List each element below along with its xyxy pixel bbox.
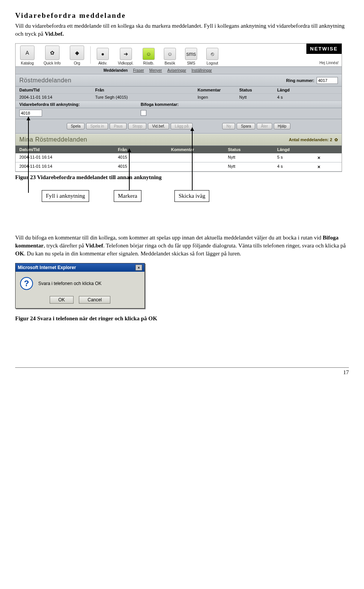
- list-item[interactable]: 2004-11-01 16:14 4015 Nytt 4 s ×: [16, 162, 342, 172]
- button-bar: Spela Spela in Paus Stopp Vid.bef. Lägg …: [16, 119, 342, 134]
- antal-label: Antal meddelanden: 2: [289, 137, 332, 142]
- figure-23-caption: Figur 23 Vidarebefordra meddelandet till…: [15, 174, 349, 181]
- delete-icon[interactable]: ×: [311, 164, 326, 170]
- btn-paus[interactable]: Paus: [110, 123, 127, 129]
- ok-button[interactable]: OK: [50, 296, 74, 304]
- section-bar-rostmeddelanden: Röstmeddelanden Ring nummer:: [16, 74, 342, 87]
- btn-ater[interactable]: Åter: [257, 123, 272, 129]
- subnav-meddelanden[interactable]: Meddelanden: [104, 68, 128, 72]
- cell-kom: [171, 164, 228, 170]
- msg-header-row: Datum/Tid Från Kommentar Status Längd: [16, 87, 342, 94]
- btn-ny[interactable]: Ny: [222, 123, 235, 129]
- nav-aktiv-label: Aktiv.: [98, 61, 107, 65]
- nav-besok-label: Besök: [165, 61, 175, 65]
- mcol-fran: Från: [118, 147, 171, 152]
- p2a: Vill du bifoga en kommentar till din kol…: [15, 235, 323, 241]
- msg-row[interactable]: 2004-11-01 16:14 Ture Segh (4015) Ingen …: [16, 94, 342, 101]
- question-icon: ?: [20, 277, 33, 290]
- flower-icon: ✿: [334, 137, 338, 142]
- btn-spela-in[interactable]: Spela in: [86, 123, 108, 129]
- subnav-fraser[interactable]: Fraser: [133, 68, 144, 72]
- btn-laggpa[interactable]: Lägg på: [171, 123, 193, 129]
- mcol-datumtid: Datum/Tid: [19, 147, 118, 152]
- cell-dt: 2004-11-01 16:14: [19, 164, 118, 170]
- org-icon: ◆: [70, 46, 84, 60]
- p2g: . Du kan nu spela in din kommentar efter…: [24, 250, 241, 257]
- ring-number-label: Ring nummer:: [286, 78, 314, 83]
- book-icon: A: [20, 46, 35, 60]
- cell-kom: [171, 155, 228, 161]
- btn-spela[interactable]: Spela: [67, 123, 85, 129]
- callout-c: Skicka iväg: [174, 190, 209, 202]
- p2c: , tryck därefter på: [44, 243, 85, 249]
- nav-rostb-label: Röstb.: [143, 61, 154, 65]
- forward-ext-input[interactable]: [19, 110, 42, 117]
- section-heading: Vidarebefordra meddelande: [15, 11, 349, 20]
- nav-separator: [90, 46, 91, 64]
- nav-aktiv[interactable]: ●Aktiv.: [92, 46, 113, 66]
- nav-rostb[interactable]: ☺Röstb.: [138, 46, 159, 66]
- nav-logout[interactable]: ⎋Logout: [202, 46, 223, 66]
- list-item[interactable]: 2004-11-01 16:14 4015 Nytt 5 s ×: [16, 153, 342, 162]
- flower-icon: ✿: [45, 46, 60, 60]
- attach-comment-checkbox[interactable]: [141, 110, 146, 116]
- page-footer: 17: [15, 367, 349, 376]
- btn-stopp[interactable]: Stopp: [128, 123, 146, 129]
- forward-header-row: Vidarebefordra till anknytning: Bifoga k…: [16, 101, 342, 108]
- cancel-button[interactable]: Cancel: [79, 296, 110, 304]
- close-icon[interactable]: ×: [135, 265, 142, 271]
- nav-sms[interactable]: smsSMS: [180, 46, 202, 66]
- section-bar-mina: Mina Röstmeddelanden Antal meddelanden: …: [16, 134, 342, 146]
- nav-vidkoppl-label: Vidkoppl.: [118, 61, 133, 65]
- ring-number-input[interactable]: [317, 77, 338, 84]
- brand-logo: NETWISE: [306, 44, 342, 54]
- col-kommentar: Kommentar: [198, 88, 239, 92]
- col-fran: Från: [95, 88, 198, 92]
- nav-katalog[interactable]: AKatalog: [16, 44, 39, 66]
- activity-icon: ●: [97, 48, 109, 60]
- p2d: Vid.bef: [85, 243, 103, 249]
- p2e: . Telefonen börjar ringa och du får upp …: [103, 243, 346, 249]
- nav-katalog-label: Katalog: [21, 61, 34, 65]
- cell-dt: 2004-11-01 16:14: [19, 155, 118, 161]
- figure-24-caption: Figur 24 Svara i telefonen när det ringe…: [15, 315, 349, 322]
- mcol-langd: Längd: [277, 147, 311, 152]
- nav-quick-info[interactable]: ✿Quick Info: [39, 44, 65, 66]
- sub-nav: Meddelanden Fraser Menyer Aviseringar In…: [16, 67, 342, 74]
- nav-org[interactable]: ◆Org: [65, 44, 89, 66]
- forward-ext-label: Vidarebefordra till anknytning:: [19, 102, 141, 107]
- sms-icon: sms: [185, 48, 197, 60]
- msg-st: Nytt: [239, 95, 277, 99]
- voice-icon: ☺: [143, 48, 155, 60]
- col-langd: Längd: [277, 88, 304, 92]
- cell-len: 4 s: [277, 164, 311, 170]
- intro-b: Vid.bef.: [45, 31, 64, 37]
- forward-input-row: [16, 108, 342, 119]
- cell-from: 4015: [118, 155, 171, 161]
- nav-sms-label: SMS: [187, 61, 195, 65]
- col-status: Status: [239, 88, 277, 92]
- btn-spara[interactable]: Spara: [237, 123, 255, 129]
- subnav-aviseringar[interactable]: Aviseringar: [167, 68, 186, 72]
- nav-besok[interactable]: ☺Besök: [159, 46, 180, 66]
- msg-kom: Ingen: [198, 95, 239, 99]
- page-number: 17: [343, 369, 349, 375]
- col-datumtid: Datum/Tid: [19, 88, 95, 92]
- delete-icon[interactable]: ×: [311, 155, 326, 161]
- intro-a: Vill du vidarebefordra ett meddelande ti…: [15, 23, 345, 37]
- msg-from: Ture Segh (4015): [95, 95, 198, 99]
- msg-dt: 2004-11-01 16:14: [19, 95, 95, 99]
- section-title-mina: Mina Röstmeddelanden: [19, 136, 87, 143]
- btn-vidbef[interactable]: Vid.bef.: [148, 123, 169, 129]
- callout-a: Fyll i anknytning: [42, 190, 89, 202]
- paragraph-2: Vill du bifoga en kommentar till din kol…: [15, 234, 349, 258]
- btn-hjalp[interactable]: Hjälp: [274, 123, 291, 129]
- logout-icon: ⎋: [206, 48, 218, 60]
- subnav-menyer[interactable]: Menyer: [149, 68, 162, 72]
- section-title-rost: Röstmeddelanden: [19, 77, 71, 84]
- nav-vidkoppl[interactable]: ➜Vidkoppl.: [113, 46, 138, 66]
- subnav-installningar[interactable]: Inställningar: [191, 68, 212, 72]
- dialog-message: Svara i telefonen och klicka OK: [38, 281, 102, 286]
- mcol-status: Status: [228, 147, 277, 152]
- nav-org-label: Org: [74, 61, 80, 65]
